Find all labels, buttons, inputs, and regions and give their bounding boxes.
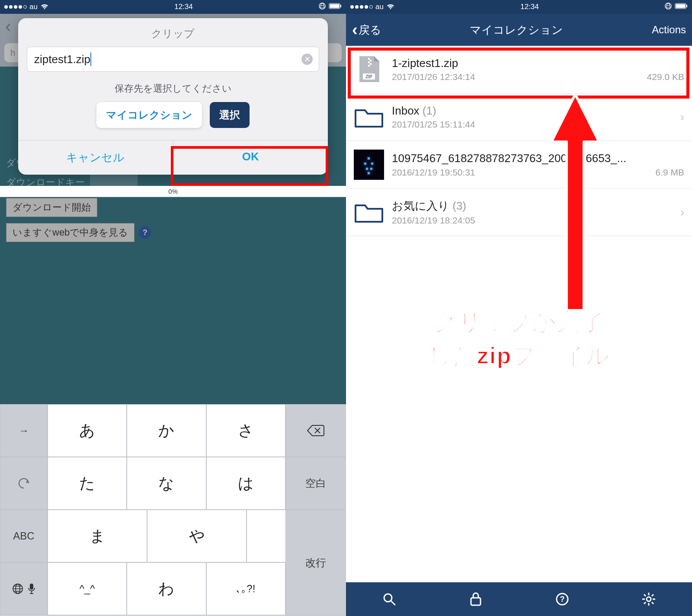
image-thumbnail [354, 150, 384, 180]
key-enter[interactable]: 改行 [285, 510, 346, 616]
software-keyboard: → あ か さ た な は 空白 ABC ま や ら 改行 [0, 404, 346, 616]
file-name: 1-ziptest1.zip [392, 57, 684, 70]
ok-button[interactable]: OK [173, 140, 328, 175]
carrier-label: au [29, 3, 38, 11]
phone-left: au 12:34 ‹ クリップ h ダウンロード期限 2017年2月2日(木) [0, 0, 346, 616]
key-globe-mic[interactable] [0, 562, 48, 615]
svg-rect-9 [676, 4, 686, 8]
file-size: 429.0 KB [647, 72, 684, 82]
list-item[interactable]: 10975467_618278878273763_2000346653_... … [346, 141, 692, 188]
key-undo[interactable] [0, 457, 48, 510]
caption-line-2: したzipファイル [351, 338, 687, 372]
key-a[interactable]: あ [48, 404, 127, 457]
filename-value: ziptest1.zip [34, 53, 90, 66]
key-ka[interactable]: か [127, 404, 206, 457]
caption-line-1: クリップが完了 [351, 305, 687, 338]
nav-title: マイコレクション [470, 22, 563, 38]
list-item[interactable]: ZIP 1-ziptest1.zip 2017/01/26 12:34:14 4… [346, 46, 692, 93]
svg-point-0 [319, 3, 325, 9]
select-destination-button[interactable]: 選択 [210, 102, 250, 128]
svg-point-7 [665, 3, 671, 9]
file-size: 6.9 MB [655, 167, 684, 178]
navbar: ‹ 戻る マイコレクション Actions [346, 14, 692, 46]
svg-rect-10 [686, 5, 687, 7]
destination-button[interactable]: マイコレクション [96, 102, 202, 128]
svg-text:ZIP: ZIP [365, 74, 372, 79]
key-ha[interactable]: は [206, 457, 285, 510]
chevron-right-icon: › [680, 110, 684, 124]
file-date: 2016/12/19 19:50:31 [392, 167, 475, 178]
back-button[interactable]: ‹ 戻る [352, 21, 381, 39]
key-punct[interactable]: ､｡?! [206, 562, 285, 615]
folder-count: (3) [452, 199, 466, 212]
annotation-caption: クリップが完了 したzipファイル [351, 305, 687, 373]
svg-rect-3 [340, 5, 341, 7]
clock: 12:34 [520, 3, 539, 11]
battery-icon [675, 3, 688, 11]
gear-icon [641, 592, 656, 606]
file-name: 10975467_618278878273763_2000346653_... [392, 151, 684, 166]
backspace-icon [307, 424, 324, 437]
signal-dots-icon [350, 5, 373, 9]
filename-input[interactable]: ziptest1.zip ✕ [27, 47, 319, 72]
folder-count: (1) [423, 104, 436, 117]
tab-bar: ? [346, 582, 692, 616]
globe-icon [12, 583, 24, 595]
wifi-icon [386, 3, 395, 10]
orientation-lock-icon [318, 2, 326, 12]
svg-rect-14 [471, 598, 481, 605]
status-bar: au 12:34 [0, 0, 346, 14]
folder-icon [354, 102, 384, 132]
file-date: 2017/01/26 12:34:14 [392, 72, 475, 82]
list-item[interactable]: Inbox (1) 2017/01/25 15:11:44 › [346, 93, 692, 141]
svg-point-17 [647, 597, 651, 601]
undo-icon [17, 478, 30, 489]
key-wa[interactable]: わ [127, 562, 206, 615]
list-item[interactable]: お気に入り (3) 2016/12/19 18:24:05 › [346, 188, 692, 236]
chevron-left-icon: ‹ [352, 21, 358, 39]
actions-button[interactable]: Actions [652, 24, 686, 36]
key-ta[interactable]: た [48, 457, 127, 510]
phone-right: au 12:34 ‹ 戻る マイコレクション Actions ZIP [346, 0, 692, 616]
cancel-button[interactable]: キャンセル [18, 140, 173, 175]
key-na[interactable]: な [127, 457, 206, 510]
folder-icon [354, 197, 384, 227]
svg-rect-6 [30, 584, 33, 590]
clear-icon[interactable]: ✕ [301, 54, 313, 65]
folder-name: Inbox [392, 104, 420, 117]
key-sa[interactable]: さ [206, 404, 285, 457]
key-space[interactable]: 空白 [285, 457, 346, 510]
wifi-icon [40, 3, 49, 10]
progress-value: 0% [168, 188, 178, 195]
battery-icon [329, 3, 342, 11]
dialog-title: クリップ [18, 18, 328, 47]
file-list: ZIP 1-ziptest1.zip 2017/01/26 12:34:14 4… [346, 46, 692, 236]
help-icon: ? [555, 592, 570, 606]
lock-icon [469, 592, 482, 606]
svg-rect-2 [330, 4, 340, 8]
signal-dots-icon [4, 5, 27, 9]
tab-help[interactable]: ? [554, 591, 570, 607]
carrier-label: au [375, 3, 384, 11]
tab-search[interactable] [381, 591, 397, 607]
key-abc[interactable]: ABC [0, 510, 48, 562]
file-date: 2016/12/19 18:24:05 [392, 215, 475, 226]
key-emoji[interactable]: ^_^ [48, 562, 127, 615]
key-ma[interactable]: ま [48, 510, 147, 562]
mic-icon [27, 583, 36, 595]
svg-text:?: ? [560, 595, 565, 603]
status-bar: au 12:34 [346, 0, 692, 14]
dialog-hint: 保存先を選択してください [18, 80, 328, 102]
zip-icon: ZIP [354, 54, 384, 85]
chevron-right-icon: › [680, 205, 684, 219]
search-icon [382, 592, 397, 606]
key-backspace[interactable] [285, 404, 346, 457]
tab-lock[interactable] [468, 591, 484, 607]
key-next-candidate[interactable]: → [0, 404, 48, 457]
save-dialog: クリップ ziptest1.zip ✕ 保存先を選択してください マイコレクショ… [18, 18, 328, 175]
file-date: 2017/01/25 15:11:44 [392, 119, 475, 130]
annotation-arrow-icon [549, 94, 601, 310]
tab-settings[interactable] [641, 591, 657, 607]
key-ya[interactable]: や [147, 510, 247, 562]
orientation-lock-icon [664, 2, 672, 12]
